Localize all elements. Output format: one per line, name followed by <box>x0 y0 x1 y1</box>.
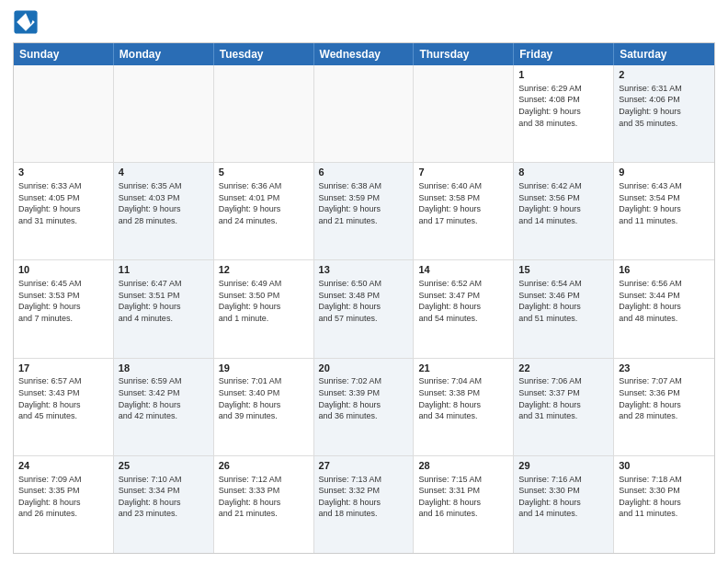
day-number: 30 <box>619 459 710 473</box>
empty-cell-0-1 <box>114 65 214 162</box>
empty-cell-0-2 <box>214 65 314 162</box>
day-number: 29 <box>518 459 609 473</box>
empty-cell-0-0 <box>14 65 114 162</box>
day-cell-24: 24Sunrise: 7:09 AM Sunset: 3:35 PM Dayli… <box>14 456 114 553</box>
calendar-row-2: 10Sunrise: 6:45 AM Sunset: 3:53 PM Dayli… <box>14 259 714 357</box>
day-info: Sunrise: 7:06 AM Sunset: 3:37 PM Dayligh… <box>518 375 609 421</box>
day-number: 19 <box>219 362 309 375</box>
day-number: 13 <box>319 263 409 277</box>
day-cell-20: 20Sunrise: 7:02 AM Sunset: 3:39 PM Dayli… <box>314 359 415 455</box>
day-info: Sunrise: 6:42 AM Sunset: 3:56 PM Dayligh… <box>518 180 609 226</box>
calendar-row-0: 1Sunrise: 6:29 AM Sunset: 4:08 PM Daylig… <box>14 65 714 162</box>
day-info: Sunrise: 6:38 AM Sunset: 3:59 PM Dayligh… <box>319 180 409 226</box>
day-number: 17 <box>18 362 108 375</box>
day-number: 24 <box>18 459 108 473</box>
day-number: 12 <box>219 263 309 277</box>
day-number: 1 <box>518 68 609 82</box>
header-day-sunday: Sunday <box>14 43 114 65</box>
header-day-tuesday: Tuesday <box>214 43 314 65</box>
day-cell-12: 12Sunrise: 6:49 AM Sunset: 3:50 PM Dayli… <box>214 260 314 357</box>
day-number: 10 <box>18 263 108 277</box>
logo-icon <box>13 9 39 35</box>
day-cell-16: 16Sunrise: 6:56 AM Sunset: 3:44 PM Dayli… <box>614 260 714 357</box>
day-number: 15 <box>518 263 609 277</box>
day-cell-10: 10Sunrise: 6:45 AM Sunset: 3:53 PM Dayli… <box>14 260 114 357</box>
day-info: Sunrise: 6:59 AM Sunset: 3:42 PM Dayligh… <box>119 375 209 421</box>
day-cell-27: 27Sunrise: 7:13 AM Sunset: 3:32 PM Dayli… <box>314 456 415 553</box>
day-info: Sunrise: 6:57 AM Sunset: 3:43 PM Dayligh… <box>18 375 108 421</box>
day-number: 23 <box>619 362 710 375</box>
day-cell-17: 17Sunrise: 6:57 AM Sunset: 3:43 PM Dayli… <box>14 359 114 455</box>
day-cell-23: 23Sunrise: 7:07 AM Sunset: 3:36 PM Dayli… <box>614 359 714 455</box>
day-number: 21 <box>418 362 508 375</box>
day-number: 22 <box>518 362 609 375</box>
day-cell-5: 5Sunrise: 6:36 AM Sunset: 4:01 PM Daylig… <box>214 163 314 259</box>
day-number: 7 <box>418 166 508 179</box>
day-cell-26: 26Sunrise: 7:12 AM Sunset: 3:33 PM Dayli… <box>214 456 314 553</box>
day-number: 11 <box>119 263 209 277</box>
calendar: SundayMondayTuesdayWednesdayThursdayFrid… <box>13 42 715 554</box>
day-number: 4 <box>119 166 209 179</box>
day-number: 9 <box>619 166 710 179</box>
day-number: 26 <box>219 459 309 473</box>
day-info: Sunrise: 6:50 AM Sunset: 3:48 PM Dayligh… <box>319 278 409 324</box>
day-number: 18 <box>119 362 209 375</box>
day-info: Sunrise: 7:15 AM Sunset: 3:31 PM Dayligh… <box>418 474 508 520</box>
day-cell-25: 25Sunrise: 7:10 AM Sunset: 3:34 PM Dayli… <box>114 456 214 553</box>
day-cell-14: 14Sunrise: 6:52 AM Sunset: 3:47 PM Dayli… <box>414 260 514 357</box>
day-cell-6: 6Sunrise: 6:38 AM Sunset: 3:59 PM Daylig… <box>314 163 415 259</box>
day-number: 25 <box>119 459 209 473</box>
calendar-row-3: 17Sunrise: 6:57 AM Sunset: 3:43 PM Dayli… <box>14 358 714 455</box>
day-info: Sunrise: 6:35 AM Sunset: 4:03 PM Dayligh… <box>119 180 209 226</box>
day-cell-13: 13Sunrise: 6:50 AM Sunset: 3:48 PM Dayli… <box>314 260 415 357</box>
calendar-header: SundayMondayTuesdayWednesdayThursdayFrid… <box>14 43 714 65</box>
day-info: Sunrise: 6:40 AM Sunset: 3:58 PM Dayligh… <box>418 180 508 226</box>
day-number: 28 <box>418 459 508 473</box>
day-number: 20 <box>319 362 409 375</box>
day-info: Sunrise: 6:56 AM Sunset: 3:44 PM Dayligh… <box>619 278 710 324</box>
day-number: 27 <box>319 459 409 473</box>
header-day-friday: Friday <box>514 43 614 65</box>
day-info: Sunrise: 6:49 AM Sunset: 3:50 PM Dayligh… <box>219 278 309 324</box>
calendar-row-1: 3Sunrise: 6:33 AM Sunset: 4:05 PM Daylig… <box>14 162 714 259</box>
day-number: 3 <box>18 166 108 179</box>
day-info: Sunrise: 6:45 AM Sunset: 3:53 PM Dayligh… <box>18 278 108 324</box>
day-cell-28: 28Sunrise: 7:15 AM Sunset: 3:31 PM Dayli… <box>414 456 514 553</box>
day-cell-29: 29Sunrise: 7:16 AM Sunset: 3:30 PM Dayli… <box>514 456 614 553</box>
day-cell-2: 2Sunrise: 6:31 AM Sunset: 4:06 PM Daylig… <box>614 65 714 162</box>
day-cell-15: 15Sunrise: 6:54 AM Sunset: 3:46 PM Dayli… <box>514 260 614 357</box>
day-info: Sunrise: 7:16 AM Sunset: 3:30 PM Dayligh… <box>518 474 609 520</box>
day-info: Sunrise: 7:18 AM Sunset: 3:30 PM Dayligh… <box>619 474 710 520</box>
header-day-wednesday: Wednesday <box>314 43 415 65</box>
page: SundayMondayTuesdayWednesdayThursdayFrid… <box>0 0 728 563</box>
day-info: Sunrise: 7:02 AM Sunset: 3:39 PM Dayligh… <box>319 375 409 421</box>
day-number: 16 <box>619 263 710 277</box>
empty-cell-0-3 <box>314 65 415 162</box>
logo <box>13 9 42 35</box>
day-info: Sunrise: 7:09 AM Sunset: 3:35 PM Dayligh… <box>18 474 108 520</box>
day-info: Sunrise: 7:10 AM Sunset: 3:34 PM Dayligh… <box>119 474 209 520</box>
header-day-thursday: Thursday <box>414 43 514 65</box>
day-number: 8 <box>518 166 609 179</box>
header <box>13 9 715 35</box>
day-cell-9: 9Sunrise: 6:43 AM Sunset: 3:54 PM Daylig… <box>614 163 714 259</box>
day-info: Sunrise: 6:52 AM Sunset: 3:47 PM Dayligh… <box>418 278 508 324</box>
day-info: Sunrise: 6:31 AM Sunset: 4:06 PM Dayligh… <box>619 83 710 129</box>
day-info: Sunrise: 7:12 AM Sunset: 3:33 PM Dayligh… <box>219 474 309 520</box>
day-number: 6 <box>319 166 409 179</box>
day-cell-1: 1Sunrise: 6:29 AM Sunset: 4:08 PM Daylig… <box>514 65 614 162</box>
day-info: Sunrise: 6:33 AM Sunset: 4:05 PM Dayligh… <box>18 180 108 226</box>
header-day-saturday: Saturday <box>614 43 714 65</box>
day-info: Sunrise: 6:43 AM Sunset: 3:54 PM Dayligh… <box>619 180 710 226</box>
day-cell-18: 18Sunrise: 6:59 AM Sunset: 3:42 PM Dayli… <box>114 359 214 455</box>
day-number: 2 <box>619 68 710 82</box>
day-cell-3: 3Sunrise: 6:33 AM Sunset: 4:05 PM Daylig… <box>14 163 114 259</box>
day-info: Sunrise: 6:36 AM Sunset: 4:01 PM Dayligh… <box>219 180 309 226</box>
day-cell-21: 21Sunrise: 7:04 AM Sunset: 3:38 PM Dayli… <box>414 359 514 455</box>
header-day-monday: Monday <box>114 43 214 65</box>
day-cell-8: 8Sunrise: 6:42 AM Sunset: 3:56 PM Daylig… <box>514 163 614 259</box>
day-info: Sunrise: 7:04 AM Sunset: 3:38 PM Dayligh… <box>418 375 508 421</box>
calendar-row-4: 24Sunrise: 7:09 AM Sunset: 3:35 PM Dayli… <box>14 455 714 553</box>
day-info: Sunrise: 7:07 AM Sunset: 3:36 PM Dayligh… <box>619 375 710 421</box>
day-cell-19: 19Sunrise: 7:01 AM Sunset: 3:40 PM Dayli… <box>214 359 314 455</box>
